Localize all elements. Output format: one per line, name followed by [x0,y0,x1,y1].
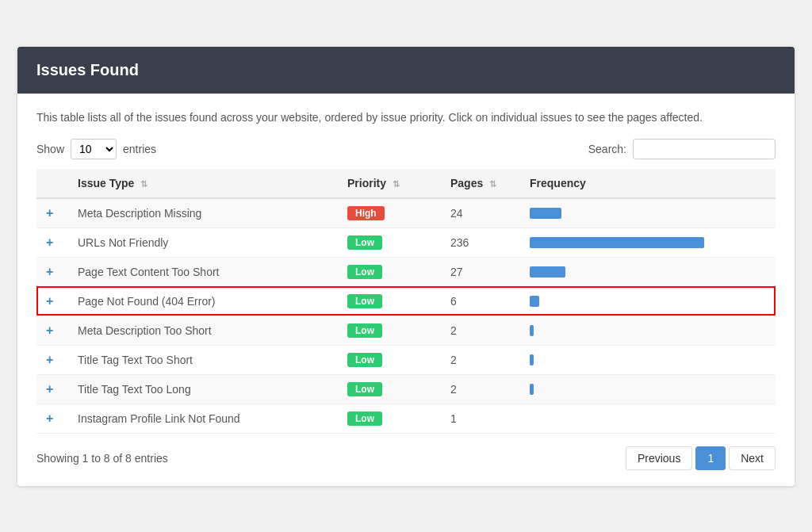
expand-icon[interactable]: + [46,294,53,308]
pages-cell: 6 [441,286,520,316]
priority-badge: Low [347,294,382,308]
main-container: Issues Found This table lists all of the… [17,47,795,486]
showing-text: Showing 1 to 8 of 8 entries [36,452,168,465]
col-expand [36,169,68,198]
page-1-button[interactable]: 1 [695,446,726,470]
issues-table: Issue Type ⇅ Priority ⇅ Pages ⇅ Frequenc… [36,169,776,434]
pages-cell: 1 [441,404,520,433]
issue-type-cell: Instagram Profile Link Not Found [68,404,338,433]
priority-cell: Low [338,257,441,286]
priority-badge: Low [347,411,382,426]
frequency-bar-wrap [530,354,766,366]
pages-cell: 24 [441,198,520,228]
priority-cell: Low [338,286,441,316]
page-body: This table lists all of the issues found… [17,94,795,486]
col-issue-type: Issue Type ⇅ [68,169,338,198]
expand-icon[interactable]: + [46,265,53,278]
entries-select[interactable]: 10 25 50 100 [71,139,117,159]
frequency-cell [520,286,776,316]
frequency-cell [520,228,776,257]
page-header: Issues Found [17,47,795,94]
table-row[interactable]: +Title Tag Text Too LongLow2 [36,374,776,404]
search-input[interactable] [633,139,776,159]
previous-button[interactable]: Previous [626,446,692,470]
table-row[interactable]: +Page Not Found (404 Error)Low6 [36,286,776,316]
expand-cell[interactable]: + [36,257,68,286]
show-label: Show [36,143,64,155]
table-header-row: Issue Type ⇅ Priority ⇅ Pages ⇅ Frequenc… [36,169,776,198]
frequency-bar-wrap [530,384,766,395]
table-row[interactable]: +Title Tag Text Too ShortLow2 [36,345,776,374]
priority-cell: Low [338,374,441,404]
expand-cell[interactable]: + [36,228,68,257]
expand-icon[interactable]: + [46,353,53,366]
priority-badge: Low [347,382,382,396]
table-row[interactable]: +Meta Description MissingHigh24 [36,198,776,228]
table-row[interactable]: +Page Text Content Too ShortLow27 [36,257,776,286]
frequency-bar-wrap [530,296,766,307]
frequency-bar-wrap [530,237,766,248]
frequency-bar [530,266,565,277]
frequency-bar-wrap [530,208,766,219]
expand-icon[interactable]: + [46,235,53,249]
frequency-bar [530,208,561,219]
frequency-cell [520,257,776,286]
col-frequency: Frequency [520,169,776,198]
search-control: Search: [588,139,776,159]
frequency-bar-wrap [530,266,766,277]
col-pages: Pages ⇅ [441,169,520,198]
expand-cell[interactable]: + [36,286,68,316]
expand-cell[interactable]: + [36,316,68,345]
sort-icon-issue[interactable]: ⇅ [140,179,147,189]
issue-type-cell: Page Text Content Too Short [68,257,338,286]
next-button[interactable]: Next [729,446,776,470]
frequency-bar [530,354,534,366]
priority-badge: Low [347,353,382,367]
expand-cell[interactable]: + [36,374,68,404]
table-body: +Meta Description MissingHigh24+URLs Not… [36,198,776,434]
priority-cell: Low [338,345,441,374]
table-row[interactable]: +URLs Not FriendlyLow236 [36,228,776,257]
issue-type-cell: URLs Not Friendly [68,228,338,257]
frequency-cell [520,316,776,345]
priority-cell: Low [338,228,441,257]
table-footer: Showing 1 to 8 of 8 entries Previous 1 N… [36,446,776,470]
issue-type-cell: Meta Description Missing [68,198,338,228]
priority-badge: Low [347,265,382,279]
priority-badge: Low [347,323,382,338]
table-row[interactable]: +Meta Description Too ShortLow2 [36,316,776,345]
page-title: Issues Found [36,61,139,78]
pages-cell: 2 [441,345,520,374]
expand-cell[interactable]: + [36,198,68,228]
issue-type-cell: Page Not Found (404 Error) [68,286,338,316]
pages-cell: 2 [441,374,520,404]
expand-icon[interactable]: + [46,382,53,396]
issue-type-cell: Meta Description Too Short [68,316,338,345]
frequency-bar [530,325,534,336]
frequency-cell [520,374,776,404]
sort-icon-priority[interactable]: ⇅ [393,179,400,189]
expand-icon[interactable]: + [46,206,53,220]
frequency-cell [520,404,776,433]
frequency-cell [520,345,776,374]
show-entries-control: Show 10 25 50 100 entries [36,139,156,159]
entries-label: entries [123,143,156,155]
priority-cell: Low [338,316,441,345]
expand-icon[interactable]: + [46,323,53,337]
frequency-cell [520,198,776,228]
priority-badge: Low [347,235,382,250]
pages-cell: 2 [441,316,520,345]
sort-icon-pages[interactable]: ⇅ [489,179,496,189]
table-row[interactable]: +Instagram Profile Link Not FoundLow1 [36,404,776,433]
issue-type-cell: Title Tag Text Too Short [68,345,338,374]
frequency-bar [530,384,534,395]
search-label: Search: [588,143,626,155]
issue-type-cell: Title Tag Text Too Long [68,374,338,404]
priority-badge: High [347,206,385,220]
pagination: Previous 1 Next [626,446,776,470]
expand-cell[interactable]: + [36,345,68,374]
frequency-bar-wrap [530,325,766,336]
expand-cell[interactable]: + [36,404,68,433]
frequency-bar [530,296,539,307]
expand-icon[interactable]: + [46,411,53,425]
